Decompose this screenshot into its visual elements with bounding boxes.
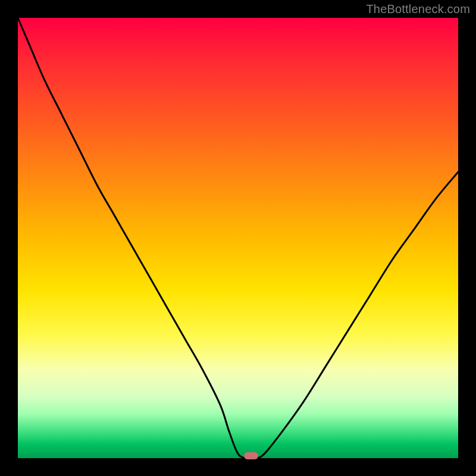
plot-area <box>18 18 458 458</box>
chart-frame: TheBottleneck.com <box>0 0 476 476</box>
curve-minimum-marker <box>244 452 258 459</box>
watermark-text: TheBottleneck.com <box>366 2 470 16</box>
bottleneck-curve <box>18 18 458 458</box>
